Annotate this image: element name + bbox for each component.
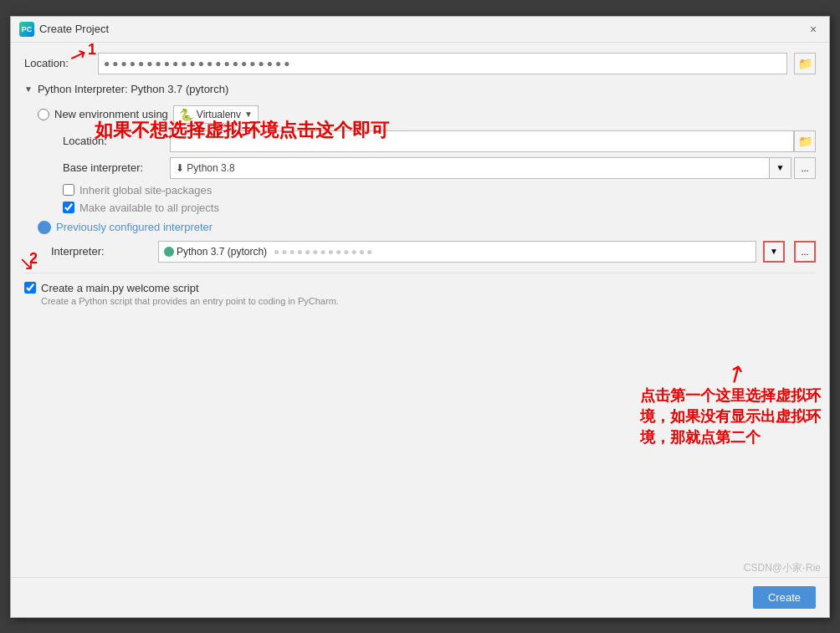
inherit-global-checkbox[interactable] [63,184,74,196]
make-available-checkbox[interactable] [63,202,74,213]
base-interpreter-ellipsis[interactable]: ... [794,157,816,179]
welcome-script-label: Create a main.py welcome script [41,282,199,294]
interpreter-display: Python 3.7 (pytorch) ●●●●●●●●●●●●● [158,241,756,263]
location-sub-row: Location: 📁 [63,130,816,152]
pycharm-icon: PC [19,22,34,37]
welcome-script-checkbox[interactable] [24,282,36,294]
close-button[interactable]: × [806,22,821,37]
interpreter-dropdown-button[interactable]: ▼ [763,241,785,263]
interpreter-row: Interpreter: Python 3.7 (pytorch) ●●●●●●… [51,241,816,263]
location-sub-label: Location: [63,135,163,147]
location-input[interactable] [98,53,787,74]
virtualenv-badge: 🐍 Virtualenv ▼ [173,105,259,124]
virtualenv-dropdown-arrow[interactable]: ▼ [244,110,253,119]
location-sub-input[interactable] [170,130,794,152]
virtualenv-icon: 🐍 [179,108,193,121]
python-interpreter-label: Python Interpreter: Python 3.7 (pytorch) [38,83,228,95]
collapse-triangle[interactable]: ▼ [24,84,33,94]
base-interpreter-row: Base interpreter: ▼ ... [63,157,816,179]
new-environment-sub-fields: Location: 📁 Base interpreter: ▼ ... [63,130,816,214]
inherit-global-row: Inherit global site-packages [63,184,816,197]
interpreter-label: Interpreter: [51,245,151,258]
welcome-script-sublabel: Create a Python script that provides an … [41,296,816,306]
location-sub-input-wrapper: 📁 [170,130,816,152]
base-interpreter-label: Base interpreter: [63,161,163,174]
annotation-bottom-chinese: 点击第一个这里选择虚拟环境，如果没有显示出虚拟环境，那就点第二个 [640,385,821,449]
virtualenv-label: Virtualenv [197,109,241,120]
title-bar: PC Create Project × [11,17,829,43]
number2-badge: 2 [29,250,38,268]
welcome-section: Create a main.py welcome script Create a… [24,273,816,306]
previously-configured-label: Previously configured interpreter [56,221,213,233]
python-interpreter-section-header: ▼ Python Interpreter: Python 3.7 (pytorc… [24,83,816,95]
welcome-row: Create a main.py welcome script [24,282,816,294]
inherit-global-label: Inherit global site-packages [79,184,212,197]
interpreter-path-blurred: ●●●●●●●●●●●●● [274,246,374,258]
new-environment-radio[interactable] [38,109,49,120]
create-project-dialog: PC Create Project × Location: 📁 ▼ Python… [10,16,830,618]
previously-configured-option: Previously configured interpreter [38,221,816,234]
watermark: CSDN@小家-Rie [744,561,821,575]
base-interpreter-dropdown[interactable]: ▼ [770,157,791,179]
new-environment-option: New environment using 🐍 Virtualenv ▼ [38,105,816,124]
location-sub-folder-button[interactable]: 📁 [794,130,816,152]
base-interpreter-input-wrapper: ▼ ... [170,157,816,179]
base-interpreter-input[interactable] [170,157,770,179]
location-row: Location: 📁 [24,53,816,74]
dialog-title: Create Project [39,23,109,35]
make-available-row: Make available to all projects [63,202,816,214]
location-folder-button[interactable]: 📁 [794,53,816,74]
make-available-label: Make available to all projects [79,202,219,214]
location-label: Location: [24,57,91,69]
new-environment-label: New environment using [54,108,168,120]
interpreter-status-icon [164,247,174,257]
title-left: PC Create Project [19,22,109,37]
arrow3: ↗ [720,357,750,391]
dialog-footer: Create [11,577,829,617]
create-button[interactable]: Create [753,586,816,609]
previously-configured-radio-indicator [38,221,51,234]
interpreter-value: Python 3.7 (pytorch) [177,246,267,258]
interpreter-ellipsis-button[interactable]: ... [794,241,816,263]
radio-group: New environment using 🐍 Virtualenv ▼ Loc… [38,105,816,263]
dialog-body: Location: 📁 ▼ Python Interpreter: Python… [11,43,829,577]
